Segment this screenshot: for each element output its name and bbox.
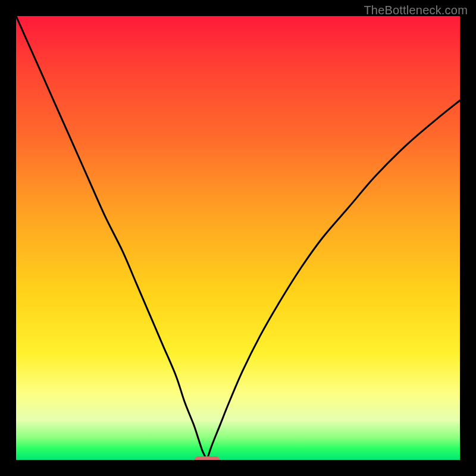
watermark-text: TheBottleneck.com (364, 4, 468, 17)
chart-frame: TheBottleneck.com (0, 0, 476, 476)
bottleneck-marker (195, 456, 220, 460)
left-curve (16, 16, 207, 460)
right-curve (207, 101, 460, 460)
plot-area (16, 16, 460, 460)
curves-svg (16, 16, 460, 460)
